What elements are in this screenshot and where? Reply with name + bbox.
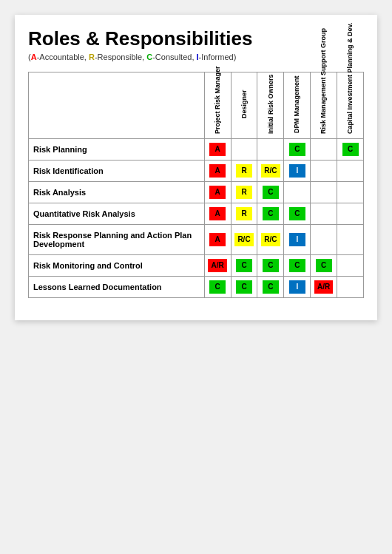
cell-4-5: [337, 224, 364, 254]
cell-4-0: A: [204, 224, 231, 254]
cell-2-1: R: [231, 181, 257, 203]
cell-6-0: C: [204, 276, 231, 297]
page-title: Roles & Responsibilities: [28, 28, 364, 50]
cell-3-3: C: [284, 203, 311, 224]
cell-5-3: C: [284, 254, 311, 276]
cell-4-4: [311, 224, 337, 254]
table-header-task: [29, 72, 205, 138]
cell-0-3: C: [284, 138, 311, 160]
cell-6-3: I: [284, 276, 311, 297]
legend-a: A: [31, 53, 37, 61]
cell-1-1: R: [231, 160, 257, 181]
cell-1-0: A: [204, 160, 231, 181]
table-row: Quantitative Risk AnalysisARCC: [29, 203, 364, 224]
raci-table: Project Risk Manager Designer Initial Ri…: [28, 72, 364, 298]
cell-0-0: A: [204, 138, 231, 160]
table-row: Risk IdentificationARR/CI: [29, 160, 364, 181]
row-label-1: Risk Identification: [29, 160, 205, 181]
legend-c: C: [146, 53, 152, 61]
page: Roles & Responsibilities (A-Accountable,…: [15, 15, 377, 320]
row-label-0: Risk Planning: [29, 138, 205, 160]
cell-1-2: R/C: [257, 160, 284, 181]
table-row: Lessons Learned DocumentationCCCIA/R: [29, 276, 364, 297]
cell-2-4: [311, 181, 337, 203]
cell-6-2: C: [257, 276, 284, 297]
table-row: Risk Response Planning and Action Plan D…: [29, 224, 364, 254]
cell-5-0: A/R: [204, 254, 231, 276]
col-project-manager: Project Risk Manager: [204, 72, 231, 138]
cell-5-4: C: [311, 254, 337, 276]
cell-1-4: [311, 160, 337, 181]
col-capital-investment: Capital Investment Planning & Dev.: [337, 72, 364, 138]
cell-5-5: [337, 254, 364, 276]
row-label-2: Risk Analysis: [29, 181, 205, 203]
cell-5-1: C: [231, 254, 257, 276]
cell-0-2: [257, 138, 284, 160]
row-label-3: Quantitative Risk Analysis: [29, 203, 205, 224]
cell-3-2: C: [257, 203, 284, 224]
cell-0-4: [311, 138, 337, 160]
cell-1-3: I: [284, 160, 311, 181]
table-row: Risk Monitoring and ControlA/RCCCC: [29, 254, 364, 276]
cell-3-0: A: [204, 203, 231, 224]
col-dpm: DPM Management: [284, 72, 311, 138]
col-designer: Designer: [231, 72, 257, 138]
cell-0-1: [231, 138, 257, 160]
cell-6-1: C: [231, 276, 257, 297]
legend-r: R: [89, 53, 95, 61]
cell-6-5: [337, 276, 364, 297]
cell-6-4: A/R: [311, 276, 337, 297]
row-label-4: Risk Response Planning and Action Plan D…: [29, 224, 205, 254]
row-label-6: Lessons Learned Documentation: [29, 276, 205, 297]
legend: (A-Accountable, R-Responsible, C-Consult…: [28, 53, 364, 61]
cell-0-5: C: [337, 138, 364, 160]
table-row: Risk PlanningACC: [29, 138, 364, 160]
legend-i: I: [197, 53, 199, 61]
cell-4-3: I: [284, 224, 311, 254]
cell-3-5: [337, 203, 364, 224]
cell-2-5: [337, 181, 364, 203]
col-initial-risk-owners: Initial Risk Owners: [257, 72, 284, 138]
cell-3-1: R: [231, 203, 257, 224]
col-risk-mgmt-support: Risk Management Support Group: [311, 72, 337, 138]
cell-2-3: [284, 181, 311, 203]
cell-5-2: C: [257, 254, 284, 276]
cell-2-0: A: [204, 181, 231, 203]
cell-2-2: C: [257, 181, 284, 203]
cell-4-2: R/C: [257, 224, 284, 254]
row-label-5: Risk Monitoring and Control: [29, 254, 205, 276]
cell-4-1: R/C: [231, 224, 257, 254]
table-row: Risk AnalysisARC: [29, 181, 364, 203]
cell-1-5: [337, 160, 364, 181]
cell-3-4: [311, 203, 337, 224]
